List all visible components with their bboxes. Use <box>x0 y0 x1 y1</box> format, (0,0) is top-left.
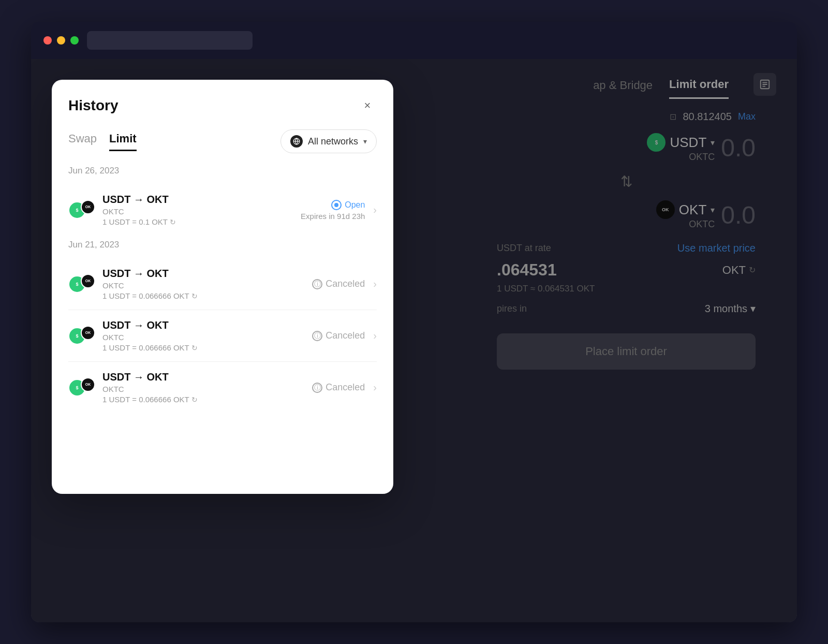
item-info: USDT → OKT OKTC 1 USDT = 0.1 OKT ↻ <box>102 194 301 226</box>
item-title: USDT → OKT <box>102 371 312 383</box>
expires-text: Expires in 91d 23h <box>301 212 365 221</box>
item-network: OKTC <box>102 281 312 290</box>
status-canceled: ⓘ Canceled <box>312 382 365 393</box>
browser-content: ap & Bridge Limit order ⊡ <box>31 59 797 622</box>
canceled-circle-icon: ⓘ <box>312 383 322 393</box>
item-network: OKTC <box>102 333 312 342</box>
token-icon-okt: OK <box>81 326 95 340</box>
modal-overlay: History × Swap Limit <box>31 59 797 622</box>
token-icons-pair: $ OK <box>68 200 95 221</box>
item-title: USDT → OKT <box>102 194 301 206</box>
item-info: USDT → OKT OKTC 1 USDT = 0.066666 OKT ↻ <box>102 268 312 300</box>
background-app: ap & Bridge Limit order ⊡ <box>31 59 797 622</box>
refresh-icon: ↻ <box>191 292 198 300</box>
item-info: USDT → OKT OKTC 1 USDT = 0.066666 OKT ↻ <box>102 319 312 352</box>
refresh-icon: ↻ <box>191 396 198 404</box>
status-canceled: ⓘ Canceled <box>312 279 365 289</box>
chevron-down-icon: ▾ <box>363 137 367 145</box>
item-title: USDT → OKT <box>102 268 312 280</box>
address-bar[interactable] <box>87 31 253 50</box>
date-label-0: Jun 26, 2023 <box>68 166 377 176</box>
history-item-1-2[interactable]: $ OK USDT → OKT <box>68 362 377 413</box>
chevron-right-icon: › <box>373 330 377 342</box>
chevron-right-icon: › <box>373 278 377 290</box>
item-network: OKTC <box>102 207 301 216</box>
history-modal: History × Swap Limit <box>52 80 393 494</box>
maximize-traffic-light[interactable] <box>70 36 79 45</box>
token-icons-pair: $ OK <box>68 326 95 346</box>
token-icons-pair: $ OK <box>68 377 95 398</box>
status-canceled: ⓘ Canceled <box>312 330 365 341</box>
chevron-right-icon: › <box>373 382 377 393</box>
item-status-block: Open Expires in 91d 23h <box>301 200 365 221</box>
history-item-0-0[interactable]: $ OK USDT → OKT <box>68 184 377 236</box>
globe-icon <box>290 135 303 148</box>
token-icon-okt: OK <box>81 200 95 214</box>
modal-title: History <box>68 97 118 114</box>
history-sections: Jun 26, 2023 $ OK <box>68 166 377 413</box>
networks-dropdown[interactable]: All networks ▾ <box>280 129 377 153</box>
token-icons-pair: $ OK <box>68 274 95 295</box>
item-network: OKTC <box>102 385 312 393</box>
refresh-icon: ↻ <box>170 218 176 226</box>
item-rate: 1 USDT = 0.066666 OKT ↻ <box>102 343 312 352</box>
canceled-circle-icon: ⓘ <box>312 331 322 341</box>
token-icon-okt: OK <box>81 274 95 288</box>
chevron-right-icon: › <box>373 204 377 216</box>
date-label-1: Jun 21, 2023 <box>68 240 377 250</box>
close-modal-btn[interactable]: × <box>358 96 377 115</box>
item-info: USDT → OKT OKTC 1 USDT = 0.066666 OKT ↻ <box>102 371 312 404</box>
tab-limit[interactable]: Limit <box>109 132 137 151</box>
open-dot <box>334 203 338 207</box>
canceled-circle-icon: ⓘ <box>312 279 322 289</box>
tab-swap[interactable]: Swap <box>68 132 97 151</box>
item-rate: 1 USDT = 0.066666 OKT ↻ <box>102 395 312 404</box>
token-icon-okt: OK <box>81 377 95 392</box>
close-traffic-light[interactable] <box>43 36 52 45</box>
history-item-1-0[interactable]: $ OK USDT → OKT <box>68 258 377 310</box>
traffic-lights <box>43 36 79 45</box>
browser-window: ap & Bridge Limit order ⊡ <box>31 22 797 622</box>
status-open: Open <box>331 200 365 210</box>
modal-tab-row: Swap Limit <box>68 129 377 153</box>
history-item-1-1[interactable]: $ OK USDT → OKT <box>68 310 377 362</box>
modal-header: History × <box>68 96 377 115</box>
modal-tabs: Swap Limit <box>68 132 137 151</box>
history-section-1: Jun 21, 2023 $ OK <box>68 240 377 413</box>
minimize-traffic-light[interactable] <box>57 36 65 45</box>
refresh-icon: ↻ <box>191 344 198 352</box>
history-section-0: Jun 26, 2023 $ OK <box>68 166 377 236</box>
networks-label: All networks <box>308 136 358 147</box>
item-title: USDT → OKT <box>102 319 312 331</box>
item-rate: 1 USDT = 0.066666 OKT ↻ <box>102 291 312 300</box>
item-rate: 1 USDT = 0.1 OKT ↻ <box>102 217 301 226</box>
browser-titlebar <box>31 22 797 59</box>
open-circle-icon <box>331 200 342 210</box>
